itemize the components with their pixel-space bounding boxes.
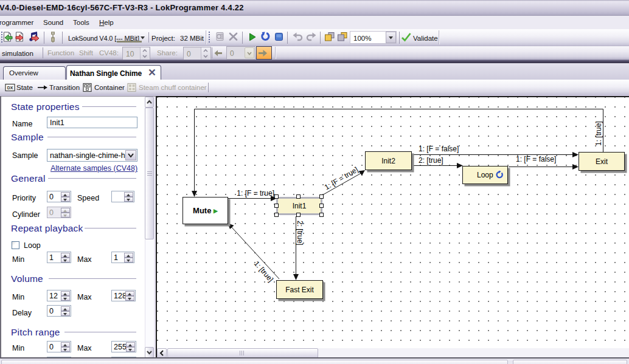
svg-text:1: [true]: 1: [true]: [252, 259, 275, 284]
svg-text:1: [F = false]: 1: [F = false]: [516, 155, 556, 163]
svg-text:2: [true]: 2: [true]: [419, 156, 443, 165]
svg-text:1: [true]: 1: [true]: [594, 121, 603, 146]
svg-text:1: [F = false]: 1: [F = false]: [419, 145, 459, 153]
svg-text:1: [F = true]: 1: [F = true]: [323, 165, 360, 191]
svg-text:1: [F = true]: 1: [F = true]: [237, 189, 274, 197]
svg-text:2: [true]: 2: [true]: [296, 221, 304, 246]
svg-text:DX: DX: [7, 86, 13, 90]
